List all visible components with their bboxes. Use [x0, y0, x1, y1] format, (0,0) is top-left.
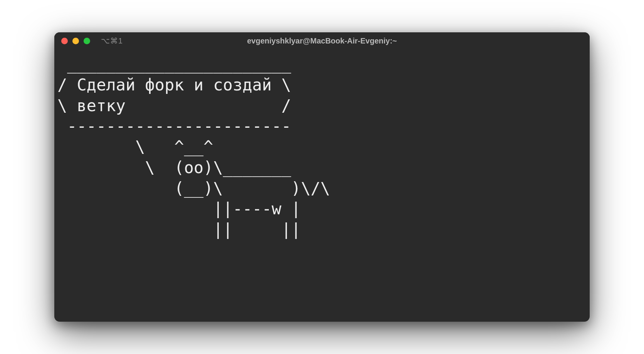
- terminal-output: _______________________ / Сделай форк и …: [54, 54, 590, 240]
- titlebar: ⌥⌘1 evgeniyshklyar@MacBook-Air-Evgeniy:~: [54, 32, 590, 49]
- minimize-icon[interactable]: [72, 38, 79, 44]
- maximize-icon[interactable]: [84, 38, 90, 44]
- terminal-window: ⌥⌘1 evgeniyshklyar@MacBook-Air-Evgeniy:~…: [54, 32, 590, 322]
- traffic-lights: [61, 38, 90, 44]
- window-title: evgeniyshklyar@MacBook-Air-Evgeniy:~: [247, 37, 397, 45]
- terminal-body[interactable]: _______________________ / Сделай форк и …: [54, 49, 590, 322]
- close-icon[interactable]: [61, 38, 68, 44]
- tab-label: ⌥⌘1: [101, 36, 123, 45]
